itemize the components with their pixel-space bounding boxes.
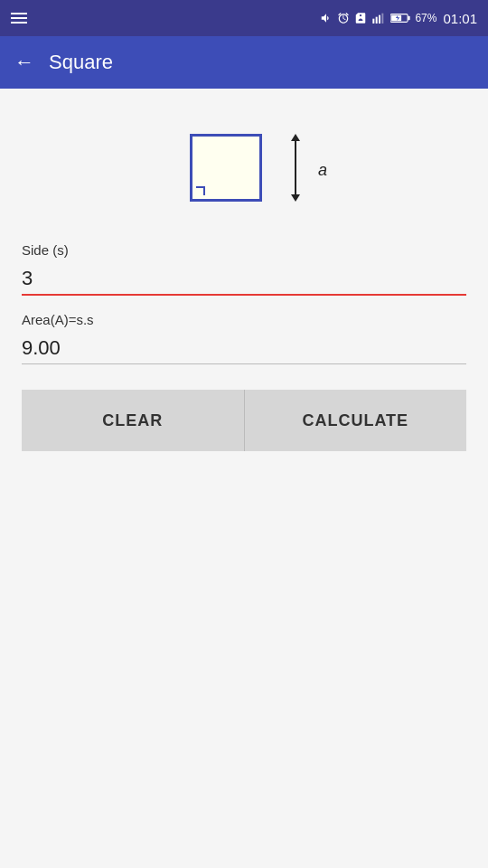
app-bar: ← Square (0, 36, 488, 89)
calculate-button[interactable]: CALCULATE (245, 390, 467, 451)
svg-rect-0 (373, 19, 375, 24)
status-right: 67% 01:01 (320, 11, 477, 26)
main-content: a Side (s) Area(A)=s.s CLEAR CALCULATE (0, 89, 488, 469)
status-icons: 67% 01:01 (320, 11, 477, 26)
svg-rect-1 (376, 17, 378, 24)
shape-diagram: a (22, 125, 466, 215)
arrow-line (295, 141, 296, 194)
side-label: Side (s) (22, 242, 466, 258)
arrow-up-icon (291, 134, 300, 141)
svg-rect-3 (382, 14, 384, 24)
clear-button[interactable]: CLEAR (22, 390, 245, 451)
battery-label: 67% (415, 12, 436, 24)
back-button[interactable]: ← (14, 51, 34, 74)
svg-rect-2 (379, 15, 380, 24)
arrow-down-icon (291, 194, 300, 202)
menu-icon[interactable] (11, 13, 27, 24)
button-row: CLEAR CALCULATE (22, 390, 466, 451)
time-label: 01:01 (443, 11, 477, 26)
square-diagram: a (181, 125, 307, 215)
side-input[interactable] (22, 263, 466, 296)
arrow-label: a (318, 161, 327, 180)
square-shape (190, 134, 262, 202)
result-label: Area(A)=s.s (22, 312, 466, 327)
result-value (22, 333, 466, 364)
side-input-wrapper (22, 263, 466, 296)
svg-rect-5 (408, 16, 410, 20)
page-title: Square (49, 51, 113, 74)
status-left (11, 13, 27, 24)
status-bar: 67% 01:01 (0, 0, 488, 36)
arrow-container (291, 134, 300, 202)
